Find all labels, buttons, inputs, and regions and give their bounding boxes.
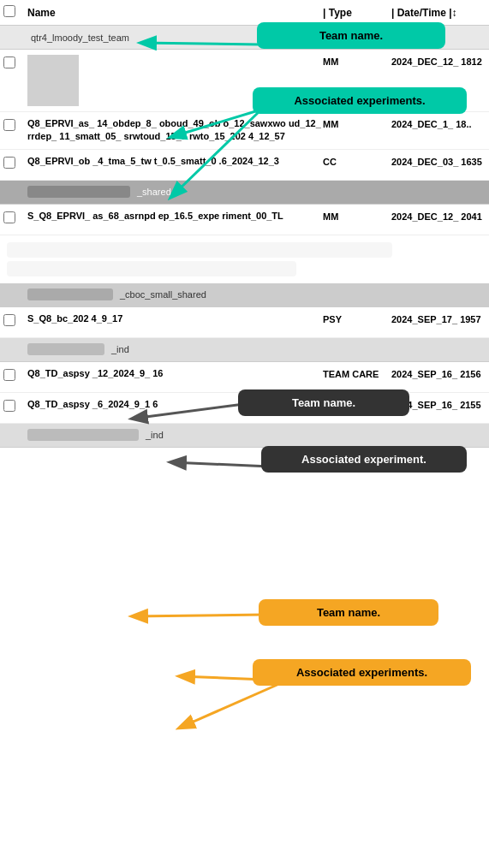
header-datetime: | Date/Time |↕ — [391, 7, 486, 19]
row-checkbox[interactable] — [3, 119, 15, 131]
row-type: CC — [323, 155, 391, 167]
row-datetime: 2024_SEP_17_ 1957 — [391, 312, 486, 324]
row-check[interactable] — [3, 367, 27, 383]
row-datetime: 2024_DEC_12_ 2041 — [391, 210, 486, 222]
tooltip-associated-experiment-dark: Associated experiment. — [261, 446, 467, 473]
team-name-cboc: _cboc_small_shared — [116, 289, 206, 300]
row-datetime: 2024_DEC_12_ 1812 — [391, 55, 486, 67]
header-type: | Type — [323, 7, 391, 19]
row-checkbox[interactable] — [3, 369, 15, 381]
team-row-ind: _ind — [0, 338, 489, 362]
team-name-shared: _shared — [134, 187, 171, 197]
row-type: MM — [323, 210, 391, 222]
row-check[interactable] — [3, 312, 27, 329]
svg-line-7 — [180, 681, 287, 728]
row-checkbox[interactable] — [3, 157, 15, 169]
header-check[interactable] — [3, 5, 27, 20]
tooltip-team-name-dark: Team name. — [238, 389, 409, 416]
svg-line-5 — [133, 615, 265, 616]
table-row: S_Q8_bc_202 4_9_17 PSY 2024_SEP_17_ 1957 — [0, 307, 489, 338]
table-row: Q8_TD_aspsy _12_2024_9_ 16 TEAM CARE 202… — [0, 362, 489, 393]
row-thumbnail — [27, 55, 79, 106]
team-name-ind: _ind — [108, 344, 129, 354]
row-datetime: 2024_SEP_16_ 2156 — [391, 367, 486, 379]
tooltip-associated-experiments-teal: Associated experiments. — [253, 87, 467, 114]
row-check[interactable] — [3, 210, 27, 226]
row-type: MM — [323, 55, 391, 67]
row-name: S_Q8_EPRVI_ as_68_asrnpd ep_16.5_expe ri… — [27, 210, 323, 223]
team-row-cboc: _cboc_small_shared — [0, 283, 489, 307]
tooltip-team-name-orange: Team name. — [259, 599, 438, 626]
row-checkbox[interactable] — [3, 400, 15, 412]
table-row: Q8_EPRVI_as_ 14_obdep_8_ oboud_49_ob o_1… — [0, 112, 489, 150]
row-type: TEAM CARE — [323, 367, 391, 379]
row-type: PSY — [323, 312, 391, 324]
select-all-checkbox[interactable] — [3, 5, 15, 17]
svg-line-4 — [171, 462, 270, 467]
row-check[interactable] — [3, 117, 27, 134]
header-name: Name — [27, 7, 323, 19]
row-check[interactable] — [3, 55, 27, 71]
team-name-bottom: _ind — [142, 430, 164, 440]
row-checkbox[interactable] — [3, 211, 15, 223]
tooltip-team-name-teal: Team name. — [257, 22, 445, 49]
row-name: S_Q8_bc_202 4_9_17 — [27, 312, 323, 325]
table: Name | Type | Date/Time |↕ qtr4_lmoody_t… — [0, 0, 489, 448]
team-row-shared: _shared — [0, 181, 489, 205]
row-checkbox[interactable] — [3, 314, 15, 326]
row-datetime: 2024_DEC_1_ 18.. — [391, 117, 486, 129]
team-name-qtr4: qtr4_lmoody_test_team — [27, 33, 129, 43]
tooltip-associated-experiments-orange: Associated experiments. — [253, 659, 471, 686]
row-check[interactable] — [3, 398, 27, 414]
row-name: Q8_EPRVI_as_ 14_obdep_8_ oboud_49_ob o_1… — [27, 117, 323, 144]
row-check[interactable] — [3, 155, 27, 171]
row-datetime: 2024_DEC_03_ 1635 — [391, 155, 486, 167]
row-name: Q8_TD_aspsy _12_2024_9_ 16 — [27, 367, 323, 380]
row-name: Q8_EPRVI_ob _4_tma_5_tw t_0.5_smatt_0 .6… — [27, 155, 323, 168]
table-row: Q8_EPRVI_ob _4_tma_5_tw t_0.5_smatt_0 .6… — [0, 150, 489, 181]
table-row: S_Q8_EPRVI_ as_68_asrnpd ep_16.5_expe ri… — [0, 205, 489, 235]
row-type: MM — [323, 117, 391, 129]
row-checkbox[interactable] — [3, 56, 15, 68]
blurred-rows — [0, 235, 489, 283]
team-row-bottom: _ind — [0, 424, 489, 448]
